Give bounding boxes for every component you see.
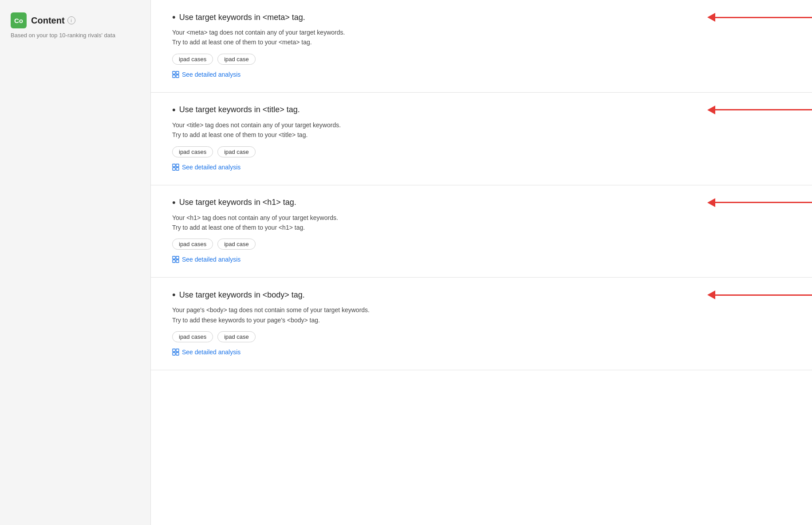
tag-h1-1: ipad case — [217, 239, 256, 250]
page-container: Co Content i Based on your top 10-rankin… — [0, 0, 812, 525]
sidebar-header: Co Content i — [11, 12, 140, 28]
sidebar-title-row: Content i — [31, 16, 75, 26]
arrow-line-meta — [714, 17, 812, 18]
item-title-arrow-row-title: • Use target keywords in <title> tag. — [172, 105, 791, 115]
svg-rect-11 — [176, 260, 179, 262]
title-with-bullet-body: • Use target keywords in <body> tag. — [172, 290, 305, 300]
arrow-line-body — [714, 294, 812, 296]
bullet-meta: • — [172, 12, 176, 22]
item-title-arrow-row-meta: • Use target keywords in <meta> tag. — [172, 12, 791, 22]
item-title-h1: Use target keywords in <h1> tag. — [179, 198, 296, 207]
see-analysis-link-meta[interactable]: See detailed analysis — [172, 71, 240, 78]
item-desc-line1-body: Your page's <body> tag does not contain … — [172, 306, 370, 313]
red-arrow-h1 — [707, 198, 812, 207]
item-title-title: Use target keywords in <title> tag. — [179, 105, 300, 114]
svg-rect-4 — [173, 164, 175, 167]
svg-rect-8 — [173, 256, 175, 259]
svg-rect-13 — [176, 349, 179, 352]
see-analysis-label-title: See detailed analysis — [182, 164, 240, 171]
sidebar: Co Content i Based on your top 10-rankin… — [0, 0, 151, 525]
item-desc-line2-title: Try to add at least one of them to your … — [172, 131, 307, 138]
svg-rect-1 — [176, 71, 179, 74]
svg-rect-3 — [176, 75, 179, 78]
arrow-line-title — [714, 109, 812, 110]
info-icon[interactable]: i — [67, 16, 75, 24]
svg-rect-15 — [176, 353, 179, 355]
tag-title-1: ipad case — [217, 146, 256, 157]
tags-row-meta: ipad cases ipad case — [172, 54, 791, 65]
tag-meta-1: ipad case — [217, 54, 256, 65]
tags-row-body: ipad cases ipad case — [172, 331, 791, 342]
item-section-body: • Use target keywords in <body> tag. You… — [151, 278, 812, 370]
table-icon-h1 — [172, 256, 179, 263]
sidebar-subtitle: Based on your top 10-ranking rivals' dat… — [11, 32, 140, 39]
title-with-bullet-title: • Use target keywords in <title> tag. — [172, 105, 300, 115]
svg-rect-10 — [173, 260, 175, 262]
bullet-title: • — [172, 105, 176, 115]
see-analysis-label-h1: See detailed analysis — [182, 256, 240, 263]
tag-h1-0: ipad cases — [172, 239, 213, 250]
item-desc-line1-h1: Your <h1> tag does not contain any of yo… — [172, 214, 338, 221]
table-icon-body — [172, 349, 179, 356]
svg-rect-5 — [176, 164, 179, 167]
tags-row-title: ipad cases ipad case — [172, 146, 791, 157]
table-icon-title — [172, 164, 179, 171]
item-desc-line2-meta: Try to add at least one of them to your … — [172, 39, 312, 46]
table-icon-meta — [172, 71, 179, 78]
svg-rect-12 — [173, 349, 175, 352]
item-section-meta: • Use target keywords in <meta> tag. You… — [151, 0, 812, 93]
item-title-arrow-row-h1: • Use target keywords in <h1> tag. — [172, 198, 791, 208]
item-desc-line1-meta: Your <meta> tag does not contain any of … — [172, 29, 345, 36]
item-description-title: Your <title> tag does not contain any of… — [172, 120, 791, 140]
item-section-title: • Use target keywords in <title> tag. Yo… — [151, 93, 812, 185]
see-analysis-label-meta: See detailed analysis — [182, 71, 240, 78]
red-arrow-meta — [707, 13, 812, 22]
arrow-line-h1 — [714, 202, 812, 203]
see-analysis-label-body: See detailed analysis — [182, 349, 240, 356]
red-arrow-body — [707, 290, 812, 299]
sidebar-title: Content — [31, 16, 65, 26]
svg-rect-9 — [176, 256, 179, 259]
svg-rect-0 — [173, 71, 175, 74]
red-arrow-title — [707, 106, 812, 114]
title-with-bullet-meta: • Use target keywords in <meta> tag. — [172, 12, 305, 22]
svg-rect-7 — [176, 168, 179, 170]
item-description-h1: Your <h1> tag does not contain any of yo… — [172, 213, 791, 233]
item-title-arrow-row-body: • Use target keywords in <body> tag. — [172, 290, 791, 300]
see-analysis-link-body[interactable]: See detailed analysis — [172, 349, 240, 356]
item-section-h1: • Use target keywords in <h1> tag. Your … — [151, 185, 812, 278]
title-with-bullet-h1: • Use target keywords in <h1> tag. — [172, 198, 296, 208]
sidebar-title-area: Content i — [31, 16, 75, 26]
item-desc-line1-title: Your <title> tag does not contain any of… — [172, 121, 341, 129]
item-desc-line2-h1: Try to add at least one of them to your … — [172, 224, 305, 231]
sidebar-logo: Co — [11, 12, 27, 28]
item-desc-line2-body: Try to add these keywords to your page's… — [172, 317, 320, 324]
see-analysis-link-title[interactable]: See detailed analysis — [172, 164, 240, 171]
svg-rect-6 — [173, 168, 175, 170]
tag-body-1: ipad case — [217, 331, 256, 342]
bullet-body: • — [172, 290, 176, 300]
see-analysis-link-h1[interactable]: See detailed analysis — [172, 256, 240, 263]
item-description-meta: Your <meta> tag does not contain any of … — [172, 27, 791, 47]
item-title-body: Use target keywords in <body> tag. — [179, 290, 305, 300]
tag-meta-0: ipad cases — [172, 54, 213, 65]
main-content: • Use target keywords in <meta> tag. You… — [151, 0, 812, 525]
tag-title-0: ipad cases — [172, 146, 213, 157]
tag-body-0: ipad cases — [172, 331, 213, 342]
svg-rect-14 — [173, 353, 175, 355]
item-title-meta: Use target keywords in <meta> tag. — [179, 13, 305, 22]
bullet-h1: • — [172, 198, 176, 208]
item-description-body: Your page's <body> tag does not contain … — [172, 305, 791, 325]
svg-rect-2 — [173, 75, 175, 78]
tags-row-h1: ipad cases ipad case — [172, 239, 791, 250]
